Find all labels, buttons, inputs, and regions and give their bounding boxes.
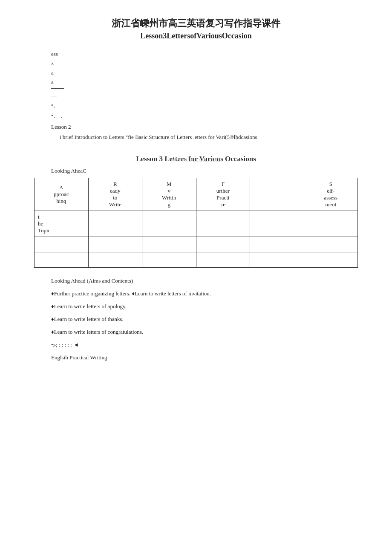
table-header-empty <box>250 178 304 211</box>
divider-line <box>51 88 64 89</box>
bullet-line-1: •、 <box>51 101 366 109</box>
lesson2-label: Lesson 2 <box>51 124 366 130</box>
table-header-approaching: Approachinq <box>35 178 89 211</box>
table-empty-row-2 <box>35 252 358 267</box>
table-cell-e2-4 <box>196 252 250 267</box>
table-cell-e1-1 <box>35 237 89 252</box>
lesson-table: Approachinq ReadytoWrite MvWriting Furth… <box>34 178 358 268</box>
lesson3-title: Lesson 3 Letters for Various Occasions <box>136 155 256 163</box>
table-header-further-practice: FurtherPractice <box>196 178 250 211</box>
table-cell-r2-3 <box>142 211 196 237</box>
content-section: Looking Ahead (Aims and Contents) ♦Furth… <box>51 276 366 363</box>
table-cell-r2-5 <box>250 211 304 237</box>
table-cell-e1-2 <box>88 237 142 252</box>
divider-dash: — <box>51 92 366 99</box>
table-cell-r2-6 <box>304 211 358 237</box>
table-empty-row-1 <box>35 237 358 252</box>
side-item-ess: ess <box>51 51 366 58</box>
aims-label: Looking Ahead (Aims and Contents) <box>51 276 366 286</box>
table-cell-e1-3 <box>142 237 196 252</box>
content-item-2: ♦Learn to write letters of thanks. <box>51 315 366 324</box>
side-item-a2: a <box>51 79 366 86</box>
table-cell-r2-4 <box>196 211 250 237</box>
content-item-3: ♦Learn to write letters of congratulatio… <box>51 327 366 337</box>
intro-text: i brief Introduction to Letters "fie Bas… <box>60 133 366 142</box>
page-title-english: Lesson3LettersofVariousOccasion <box>26 32 366 40</box>
practical-writing: Englsih Practical Writing <box>51 353 366 362</box>
table-cell-e1-5 <box>250 237 304 252</box>
bullet-line-2: •、 、 <box>51 112 366 119</box>
side-item-a1: a <box>51 69 366 76</box>
table-cell-e2-2 <box>88 252 142 267</box>
table-cell-e1-6 <box>304 237 358 252</box>
content-item-0: ♦Further practice organizing letters. ♦L… <box>51 289 366 298</box>
table-row-2: theTopic <box>35 211 358 237</box>
side-item-z: z <box>51 60 366 67</box>
table-header-self-assessment: Self-assessment <box>304 178 358 211</box>
table-cell-e2-3 <box>142 252 196 267</box>
table-cell-e1-4 <box>196 237 250 252</box>
page-title-chinese: 浙江省嵊州市高三英语复习写作指导课件 <box>26 17 366 30</box>
table-cell-r2-2 <box>88 211 142 237</box>
table-cell-topic: theTopic <box>35 211 89 237</box>
table-cell-e2-1 <box>35 252 89 267</box>
table-header-mv-writing: MvWriting <box>142 178 196 211</box>
table-header-ready-to-write: ReadytoWrite <box>88 178 142 211</box>
table-cell-e2-5 <box>250 252 304 267</box>
content-item-1: ♦Learn to write letters of apology. <box>51 302 366 311</box>
special-bullets: •»; : : : : : ◄ <box>51 340 366 350</box>
table-header-row: Approachinq ReadytoWrite MvWriting Furth… <box>35 178 358 211</box>
looking-ahead-label: Looking AheaC <box>51 168 366 174</box>
table-cell-e2-6 <box>304 252 358 267</box>
